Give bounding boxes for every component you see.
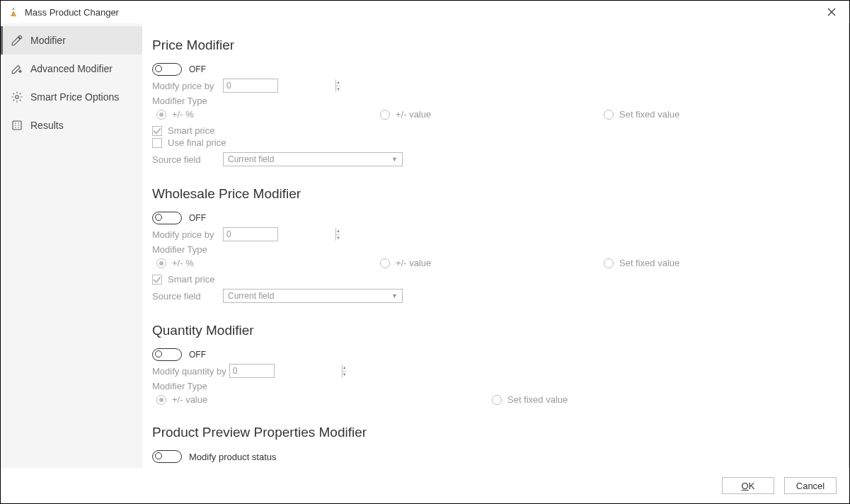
status-toggle[interactable]	[152, 450, 182, 463]
checkbox-icon	[152, 275, 162, 285]
chevron-down-icon: ▼	[391, 156, 398, 163]
smart-price-check[interactable]: Smart price	[152, 274, 827, 285]
radio-value[interactable]: +/- value	[380, 258, 604, 268]
sidebar-item-label: Modifier	[30, 35, 66, 46]
spin-down[interactable]: ▼	[336, 235, 340, 241]
sidebar-item-label: Smart Price Options	[30, 91, 119, 103]
modify-wholesale-value[interactable]	[224, 228, 335, 241]
smart-price-check[interactable]: Smart price	[152, 125, 827, 136]
sidebar-item-advanced-modifier[interactable]: Advanced Modifier	[1, 55, 142, 83]
section-title: Price Modifier	[152, 38, 827, 53]
price-toggle-label: OFF	[189, 64, 206, 74]
radio-fixed[interactable]: Set fixed value	[604, 258, 827, 268]
checkbox-icon	[152, 138, 162, 148]
modify-quantity-label: Modify quantity by	[152, 366, 226, 377]
radio-icon	[604, 110, 614, 120]
wholesale-toggle-label: OFF	[189, 213, 206, 223]
radio-icon	[156, 258, 166, 268]
price-toggle[interactable]	[152, 63, 182, 76]
section-wholesale-modifier: Wholesale Price Modifier OFF Modify pric…	[152, 186, 827, 303]
wholesale-source-select[interactable]: Current field ▼	[223, 289, 403, 303]
quantity-toggle[interactable]	[152, 348, 182, 361]
radio-pct[interactable]: +/- %	[156, 258, 380, 268]
source-field-label: Source field	[152, 154, 223, 165]
edit-icon	[11, 34, 23, 47]
sidebar-item-results[interactable]: Results	[1, 111, 142, 139]
radio-icon	[156, 395, 166, 405]
modifier-type-label: Modifier Type	[152, 244, 827, 255]
status-toggle-label: Modify product status	[189, 452, 277, 462]
radio-icon	[380, 258, 390, 268]
svg-rect-1	[13, 121, 21, 130]
source-field-label: Source field	[152, 291, 223, 302]
modifier-type-label: Modifier Type	[152, 381, 827, 391]
spin-up[interactable]: ▲	[336, 79, 340, 86]
sidebar-item-label: Results	[30, 120, 64, 131]
section-title: Quantity Modifier	[152, 323, 827, 338]
radio-fixed[interactable]: Set fixed value	[604, 109, 827, 120]
window-title: Mass Product Changer	[25, 7, 821, 18]
wholesale-toggle[interactable]	[152, 212, 182, 224]
section-quantity-modifier: Quantity Modifier OFF Modify quantity by…	[152, 323, 827, 405]
modify-quantity-input[interactable]: ▲▼	[229, 364, 275, 378]
quantity-modtype-radios: +/- value Set fixed value	[152, 394, 827, 405]
checkbox-icon	[152, 126, 162, 136]
radio-icon	[156, 110, 166, 120]
modify-quantity-value[interactable]	[230, 365, 342, 377]
modify-price-label: Modify price by	[152, 229, 223, 240]
modify-price-input[interactable]: ▲▼	[223, 79, 278, 93]
spin-up[interactable]: ▲	[336, 228, 340, 235]
sidebar-item-smart-price[interactable]: Smart Price Options	[1, 83, 142, 111]
section-title: Product Preview Properties Modifier	[152, 425, 827, 440]
results-icon	[11, 119, 23, 132]
sidebar-item-modifier[interactable]: Modifier	[1, 26, 142, 55]
radio-pct[interactable]: +/- %	[156, 109, 380, 120]
app-icon	[8, 6, 19, 18]
price-modtype-radios: +/- % +/- value Set fixed value	[152, 109, 827, 120]
sidebar: Modifier Advanced Modifier Smart Price O…	[1, 23, 142, 468]
svg-point-0	[16, 96, 19, 99]
wholesale-modtype-radios: +/- % +/- value Set fixed value	[152, 258, 827, 268]
radio-icon	[492, 395, 502, 405]
section-price-modifier: Price Modifier OFF Modify price by ▲▼ Mo…	[152, 38, 827, 166]
spin-down[interactable]: ▼	[336, 86, 340, 93]
footer: OK Cancel	[1, 468, 849, 503]
modify-price-label: Modify price by	[152, 81, 223, 91]
source-field-select[interactable]: Current field ▼	[223, 152, 403, 166]
modify-price-value[interactable]	[224, 79, 335, 92]
radio-icon	[604, 258, 614, 268]
ok-button[interactable]: OK	[722, 477, 774, 494]
gear-price-icon	[11, 91, 23, 103]
section-preview-modifier: Product Preview Properties Modifier Modi…	[152, 425, 827, 463]
use-final-price-check[interactable]: Use final price	[152, 137, 827, 148]
radio-icon	[380, 110, 390, 120]
close-button[interactable]	[821, 1, 842, 23]
chevron-down-icon: ▼	[391, 292, 398, 299]
cancel-button[interactable]: Cancel	[784, 477, 837, 494]
titlebar: Mass Product Changer	[1, 1, 849, 23]
quantity-toggle-label: OFF	[189, 350, 206, 360]
radio-fixed[interactable]: Set fixed value	[492, 394, 827, 405]
modifier-type-label: Modifier Type	[152, 96, 827, 106]
edit-plus-icon	[11, 62, 23, 75]
radio-value[interactable]: +/- value	[380, 109, 604, 120]
spin-up[interactable]: ▲	[343, 365, 347, 372]
content-area: Price Modifier OFF Modify price by ▲▼ Mo…	[142, 23, 849, 468]
sidebar-item-label: Advanced Modifier	[30, 63, 113, 74]
spin-down[interactable]: ▼	[343, 372, 347, 378]
radio-value[interactable]: +/- value	[156, 394, 492, 405]
modify-wholesale-input[interactable]: ▲▼	[223, 227, 278, 241]
section-title: Wholesale Price Modifier	[152, 186, 827, 202]
